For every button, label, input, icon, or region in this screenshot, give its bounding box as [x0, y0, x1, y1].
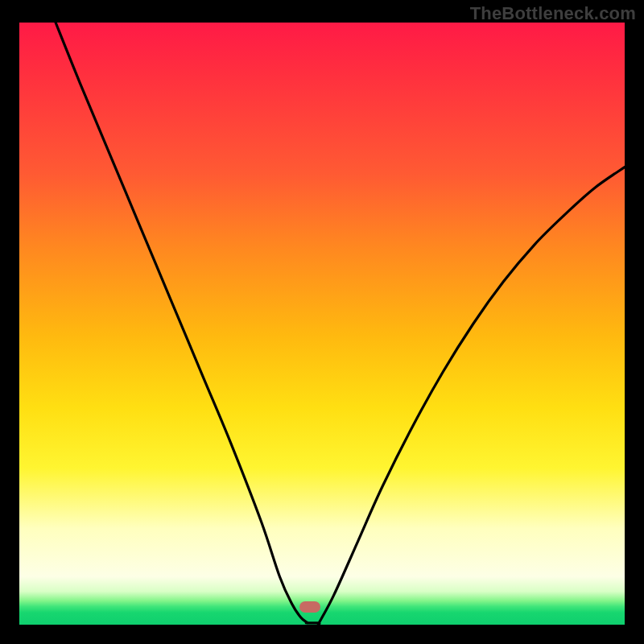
minimum-marker	[299, 601, 320, 613]
bottleneck-curve	[19, 23, 625, 625]
plot-area	[19, 23, 625, 625]
chart-frame: TheBottleneck.com	[0, 0, 644, 644]
watermark-text: TheBottleneck.com	[470, 3, 636, 24]
